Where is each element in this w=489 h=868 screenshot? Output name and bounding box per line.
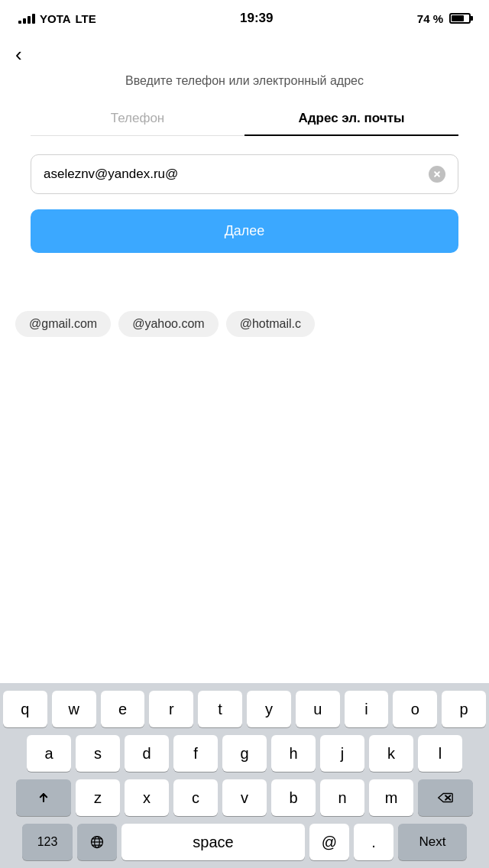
keyboard-row-4: 123 space @ . Next (3, 824, 486, 860)
subtitle: Введите телефон или электронный адрес (31, 73, 458, 89)
app-content: Введите телефон или электронный адрес Те… (0, 73, 489, 253)
key-h[interactable]: h (271, 735, 316, 772)
globe-key[interactable] (77, 824, 117, 860)
battery-percent: 74 % (417, 12, 443, 25)
keyboard-row-1: q w e r t y u i o p (3, 691, 486, 727)
keyboard: q w e r t y u i o p a s d f g h j k l z … (0, 683, 489, 868)
dot-key[interactable]: . (354, 824, 393, 860)
clear-button[interactable] (429, 166, 445, 183)
key-i[interactable]: i (345, 691, 389, 727)
key-y[interactable]: y (247, 691, 291, 727)
status-right: 74 % (417, 12, 471, 25)
key-a[interactable]: a (27, 735, 71, 772)
email-input-container[interactable] (31, 154, 458, 194)
suggestion-gmail[interactable]: @gmail.com (15, 311, 111, 337)
tab-email[interactable]: Адрес эл. почты (244, 111, 458, 135)
key-z[interactable]: z (76, 779, 120, 816)
key-p[interactable]: p (442, 691, 486, 727)
keyboard-row-2: a s d f g h j k l (3, 735, 486, 772)
status-time: 19:39 (240, 11, 273, 26)
tab-phone[interactable]: Телефон (31, 111, 244, 135)
submit-button[interactable]: Далее (31, 209, 458, 253)
email-suggestions: @gmail.com @yahoo.com @hotmail.c (0, 299, 489, 349)
key-g[interactable]: g (222, 735, 267, 772)
signal-icon (18, 13, 35, 24)
carrier-label: YOTA (40, 12, 71, 25)
key-e[interactable]: e (101, 691, 145, 727)
space-key[interactable]: space (121, 824, 305, 860)
key-k[interactable]: k (369, 735, 413, 772)
key-b[interactable]: b (271, 779, 316, 816)
key-l[interactable]: l (418, 735, 462, 772)
key-x[interactable]: x (125, 779, 169, 816)
battery-icon (449, 13, 471, 24)
suggestion-yahoo[interactable]: @yahoo.com (118, 311, 219, 337)
delete-key[interactable] (418, 779, 473, 816)
suggestion-hotmail[interactable]: @hotmail.c (226, 311, 315, 337)
status-bar: YOTA LTE 19:39 74 % (0, 0, 489, 34)
key-o[interactable]: o (393, 691, 437, 727)
shift-key[interactable] (16, 779, 71, 816)
status-left: YOTA LTE (18, 12, 96, 25)
email-input[interactable] (44, 167, 429, 182)
key-v[interactable]: v (222, 779, 267, 816)
key-m[interactable]: m (369, 779, 413, 816)
battery-fill (452, 15, 464, 21)
back-button[interactable]: ‹ (0, 34, 489, 73)
tabs-container: Телефон Адрес эл. почты (31, 111, 458, 136)
back-arrow-icon: ‹ (15, 43, 22, 66)
key-d[interactable]: d (125, 735, 169, 772)
at-key[interactable]: @ (309, 824, 349, 860)
key-w[interactable]: w (52, 691, 96, 727)
key-r[interactable]: r (149, 691, 193, 727)
key-t[interactable]: t (198, 691, 242, 727)
key-c[interactable]: c (173, 779, 218, 816)
network-label: LTE (76, 12, 96, 25)
key-u[interactable]: u (296, 691, 340, 727)
keyboard-row-3: z x c v b n m (3, 779, 486, 816)
key-q[interactable]: q (3, 691, 47, 727)
key-s[interactable]: s (76, 735, 120, 772)
key-f[interactable]: f (173, 735, 218, 772)
next-key[interactable]: Next (398, 824, 467, 860)
key-n[interactable]: n (320, 779, 364, 816)
numbers-key[interactable]: 123 (22, 824, 73, 860)
key-j[interactable]: j (320, 735, 364, 772)
